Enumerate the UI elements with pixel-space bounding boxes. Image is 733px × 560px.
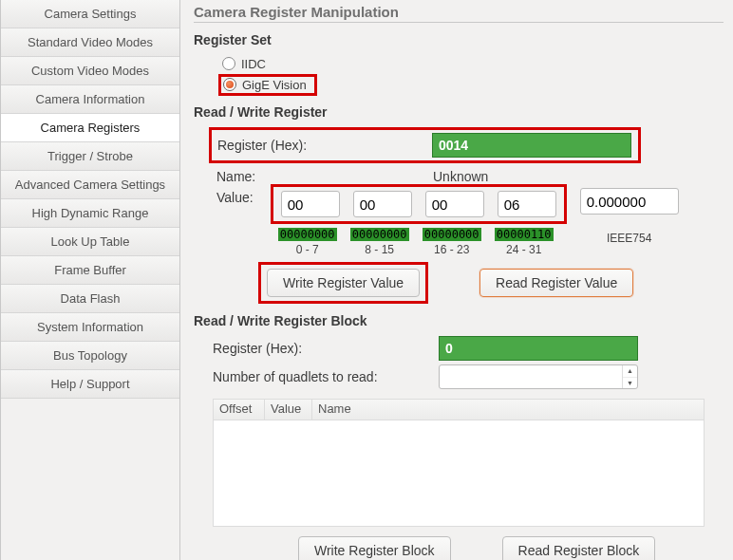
spin-up-icon[interactable]: ▲	[623, 365, 637, 377]
radio-gige-vision[interactable]: GigE Vision	[218, 74, 317, 96]
write-register-block-button[interactable]: Write Register Block	[298, 536, 451, 560]
value-name-unknown: Unknown	[433, 169, 488, 184]
heading-rw-register: Read / Write Register	[194, 104, 724, 120]
col-name[interactable]: Name	[312, 400, 704, 420]
page-title: Camera Register Manipulation	[194, 4, 724, 23]
bits-3: 00000110	[495, 228, 554, 241]
block-table: Offset Value Name	[213, 399, 705, 527]
label-value: Value:	[216, 190, 254, 205]
radio-label-iidc: IIDC	[241, 57, 266, 71]
heading-register-set: Register Set	[194, 32, 724, 47]
sidebar-item-data-flash[interactable]: Data Flash	[1, 285, 179, 313]
label-register-hex: Register (Hex):	[217, 138, 432, 153]
sidebar-item-look-up-table[interactable]: Look Up Table	[1, 228, 179, 256]
sidebar-item-high-dynamic-range[interactable]: High Dynamic Range	[1, 199, 179, 228]
sidebar-item-bus-topology[interactable]: Bus Topology	[1, 342, 179, 370]
bits-2: 00000000	[423, 228, 481, 241]
register-hex-input[interactable]	[432, 133, 631, 158]
num-quadlets-input[interactable]	[440, 365, 622, 388]
bits-0: 00000000	[278, 228, 337, 241]
col-offset[interactable]: Offset	[214, 400, 265, 420]
sidebar-item-custom-video-modes[interactable]: Custom Video Modes	[1, 57, 179, 85]
bitrange-3: 24 - 31	[495, 243, 554, 256]
octet-input-0[interactable]	[281, 191, 340, 217]
sidebar-item-advanced-camera-settings[interactable]: Advanced Camera Settings	[1, 171, 179, 199]
bitrange-2: 16 - 23	[423, 243, 481, 256]
write-register-value-button[interactable]: Write Register Value	[267, 269, 420, 297]
label-num-quadlets: Number of quadlets to read:	[213, 369, 439, 384]
block-register-hex-input[interactable]	[439, 336, 638, 361]
main-panel: Camera Register Manipulation Register Se…	[180, 0, 733, 560]
bitrange-0: 0 - 7	[278, 243, 337, 256]
spin-down-icon[interactable]: ▼	[623, 377, 637, 389]
sidebar-item-help-support[interactable]: Help / Support	[1, 370, 179, 399]
label-block-register-hex: Register (Hex):	[213, 341, 439, 356]
radio-iidc[interactable]: IIDC	[194, 53, 724, 74]
register-hex-row: Register (Hex):	[209, 127, 641, 163]
ieee754-input[interactable]	[580, 188, 679, 215]
col-value[interactable]: Value	[265, 400, 312, 420]
num-quadlets-spinner[interactable]: ▲ ▼	[439, 364, 638, 389]
label-name: Name:	[216, 169, 433, 184]
bits-1: 00000000	[350, 228, 409, 241]
radio-label-gige: GigE Vision	[242, 78, 307, 92]
sidebar-item-camera-information[interactable]: Camera Information	[1, 85, 179, 114]
sidebar-item-trigger-strobe[interactable]: Trigger / Strobe	[1, 142, 179, 171]
sidebar-item-frame-buffer[interactable]: Frame Buffer	[1, 256, 179, 285]
label-ieee754: IEEE754	[580, 232, 679, 245]
read-register-value-button[interactable]: Read Register Value	[479, 269, 633, 297]
octet-input-2[interactable]	[425, 191, 484, 217]
radio-icon	[222, 57, 235, 70]
octet-input-3[interactable]	[498, 191, 556, 217]
octet-input-1[interactable]	[353, 191, 412, 217]
sidebar-item-camera-registers[interactable]: Camera Registers	[1, 114, 179, 142]
read-register-block-button[interactable]: Read Register Block	[502, 536, 656, 560]
radio-icon	[223, 78, 236, 91]
heading-rw-block: Read / Write Register Block	[194, 313, 724, 328]
sidebar-item-system-information[interactable]: System Information	[1, 313, 179, 342]
sidebar-item-standard-video-modes[interactable]: Standard Video Modes	[1, 28, 179, 57]
radio-gige-vision-row: GigE Vision	[194, 74, 724, 95]
sidebar-item-camera-settings[interactable]: Camera Settings	[1, 0, 179, 28]
bitrange-1: 8 - 15	[350, 243, 409, 256]
sidebar: Camera Settings Standard Video Modes Cus…	[0, 0, 180, 560]
